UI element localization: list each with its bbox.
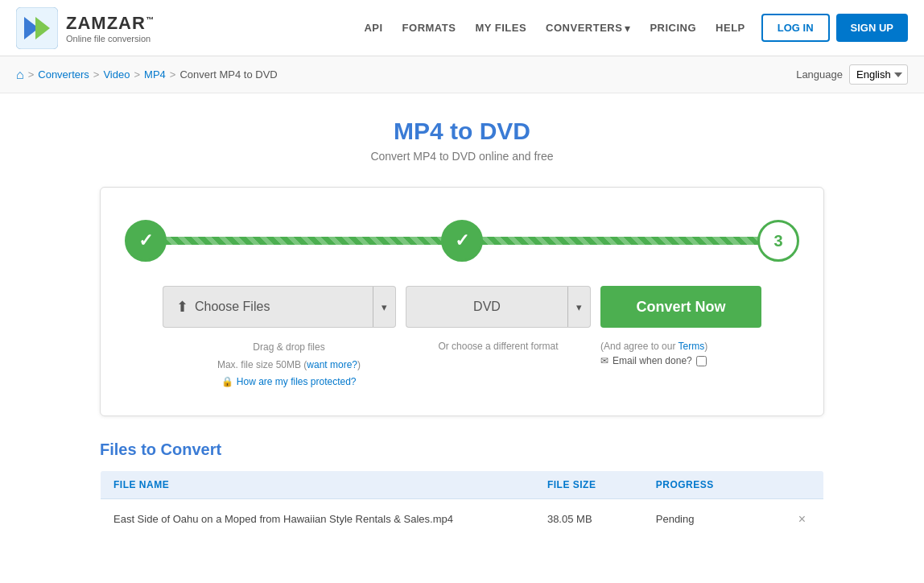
language-select[interactable]: English (849, 64, 908, 85)
format-info-text: Or choose a different format (438, 341, 558, 352)
col-header-name: FILE NAME (101, 470, 534, 498)
max-size-text: Max. file size 50MB (want more?) (172, 357, 406, 374)
breadcrumb-converters[interactable]: Converters (38, 68, 89, 81)
converters-dropdown-icon[interactable]: ▾ (625, 22, 630, 35)
convert-now-button[interactable]: Convert Now (600, 286, 761, 328)
breadcrumb-video[interactable]: Video (103, 68, 130, 81)
files-title-highlight: Convert (161, 440, 222, 458)
email-done-checkbox[interactable] (696, 356, 707, 366)
breadcrumb: ⌂ > Converters > Video > MP4 > Convert M… (16, 68, 278, 82)
terms-link[interactable]: Terms (679, 341, 705, 352)
choose-files-button[interactable]: ⬆ Choose Files (163, 286, 373, 328)
language-area: Language English (796, 64, 908, 85)
logo-tagline: Online file conversion (66, 34, 155, 43)
files-section: Files to Convert FILE NAME FILE SIZE PRO… (100, 440, 824, 540)
signup-button[interactable]: SIGN UP (836, 14, 908, 42)
page-subtitle: Convert MP4 to DVD online and free (16, 150, 908, 163)
chevron-down-icon: ▾ (382, 301, 387, 313)
want-more-link[interactable]: want more? (307, 359, 357, 370)
file-progress-cell: Pending (643, 498, 752, 540)
breadcrumb-sep3: > (134, 68, 140, 81)
choose-files-label: Choose Files (195, 300, 270, 314)
terms-text: (And agree to our Terms) (600, 341, 752, 352)
step-2: ✓ (441, 220, 483, 262)
nav-pricing[interactable]: PRICING (650, 22, 696, 34)
home-icon: ⌂ (16, 68, 24, 81)
file-name-cell: East Side of Oahu on a Moped from Hawaii… (101, 498, 534, 540)
file-size-cell: 38.05 MB (534, 498, 643, 540)
choose-files-info: Drag & drop files Max. file size 50MB (w… (172, 339, 406, 391)
step-connector-1 (165, 237, 443, 245)
nav-formats[interactable]: FORMATS (402, 22, 456, 34)
file-remove-cell: × (752, 498, 824, 540)
nav-converters[interactable]: CONVERTERS (546, 22, 622, 34)
step3-label: 3 (773, 232, 782, 250)
nav-converters-group: CONVERTERS ▾ (546, 22, 630, 35)
logo-name: ZAMZAR™ (66, 13, 155, 34)
page-title: MP4 to DVD (16, 118, 908, 145)
table-row: East Side of Oahu on a Moped from Hawaii… (101, 498, 824, 540)
convert-info: (And agree to our Terms) ✉ Email when do… (591, 339, 752, 391)
choose-files-group: ⬆ Choose Files ▾ (163, 286, 396, 328)
breadcrumb-sep2: > (93, 68, 100, 81)
header: ZAMZAR™ Online file conversion API FORMA… (0, 0, 924, 56)
breadcrumb-bar: ⌂ > Converters > Video > MP4 > Convert M… (0, 56, 924, 93)
breadcrumb-current: Convert MP4 to DVD (179, 68, 277, 81)
nav-my-files[interactable]: MY FILES (475, 22, 526, 34)
breadcrumb-sep4: > (170, 68, 176, 81)
files-table-header-row: FILE NAME FILE SIZE PROGRESS (101, 470, 824, 498)
breadcrumb-sep1: > (28, 68, 35, 81)
step-connector-2 (481, 237, 759, 245)
email-label: Email when done? (613, 355, 692, 366)
nav-help[interactable]: HELP (716, 22, 745, 34)
step2-check-icon: ✓ (455, 230, 469, 251)
format-info: Or choose a different format (406, 339, 591, 391)
converter-box: ✓ ✓ 3 ⬆ Choose Files ▾ (100, 187, 824, 416)
step-1: ✓ (125, 220, 167, 262)
files-table: FILE NAME FILE SIZE PROGRESS East Side o… (100, 470, 824, 540)
actions-info: Drag & drop files Max. file size 50MB (w… (125, 339, 799, 391)
col-header-progress: PROGRESS (643, 470, 752, 498)
col-header-size: FILE SIZE (534, 470, 643, 498)
email-icon: ✉ (600, 355, 608, 366)
format-chevron-icon: ▾ (576, 301, 582, 313)
protect-link[interactable]: How are my files protected? (237, 376, 357, 387)
step-3: 3 (757, 220, 799, 262)
logo-area: ZAMZAR™ Online file conversion (16, 7, 155, 49)
upload-icon: ⬆ (176, 298, 188, 316)
choose-files-dropdown-button[interactable]: ▾ (373, 286, 396, 328)
breadcrumb-mp4[interactable]: MP4 (144, 68, 166, 81)
login-button[interactable]: LOG IN (761, 14, 830, 42)
format-select-button[interactable]: DVD (406, 286, 567, 328)
drag-drop-text: Drag & drop files (172, 339, 406, 357)
format-group: DVD ▾ (406, 286, 591, 328)
main-content: MP4 to DVD Convert MP4 to DVD online and… (0, 93, 924, 564)
step1-check-icon: ✓ (138, 230, 153, 251)
steps-row: ✓ ✓ 3 (125, 220, 799, 262)
nav: API FORMATS MY FILES CONVERTERS ▾ PRICIN… (364, 22, 745, 35)
files-title: Files to Convert (100, 440, 824, 459)
logo-text-area: ZAMZAR™ Online file conversion (66, 13, 155, 43)
protect-row: 🔒 How are my files protected? (172, 374, 406, 391)
col-header-action (752, 470, 824, 498)
format-dropdown-button[interactable]: ▾ (567, 286, 591, 328)
nav-api[interactable]: API (364, 22, 382, 34)
breadcrumb-home[interactable]: ⌂ (16, 68, 24, 82)
lock-icon: 🔒 (221, 376, 233, 387)
remove-file-button[interactable]: × (794, 511, 811, 528)
logo-icon (16, 7, 58, 49)
email-row: ✉ Email when done? (600, 355, 752, 366)
actions-row: ⬆ Choose Files ▾ DVD ▾ Convert Now (125, 286, 799, 328)
language-label: Language (796, 68, 843, 81)
